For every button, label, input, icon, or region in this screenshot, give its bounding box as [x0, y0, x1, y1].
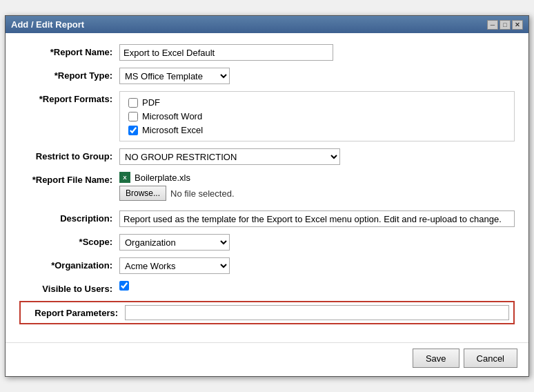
maximize-button[interactable]: □	[500, 20, 511, 30]
restrict-group-select[interactable]: NO GROUP RESTRICTION Group 1 Group 2	[119, 148, 340, 165]
report-type-wrapper: MS Office Template Other	[119, 68, 515, 84]
visible-content	[119, 281, 515, 293]
report-file-content: X Boilerplate.xls Browse... No file sele…	[119, 172, 515, 204]
report-type-select[interactable]: MS Office Template Other	[119, 68, 230, 84]
visible-checkbox[interactable]	[119, 281, 129, 291]
report-params-content	[125, 305, 509, 320]
dialog-title: Add / Edit Report	[11, 19, 84, 30]
save-button[interactable]: Save	[413, 349, 459, 368]
file-name-row: X Boilerplate.xls	[119, 172, 515, 183]
format-word-item: Microsoft Word	[128, 111, 506, 121]
organization-row: *Organization: Acme Works Other Org	[19, 257, 515, 274]
excel-file-icon: X	[119, 172, 130, 183]
title-bar-buttons: ─ □ ✕	[487, 20, 523, 30]
cancel-button[interactable]: Cancel	[464, 349, 517, 368]
report-type-label: *Report Type:	[19, 68, 119, 81]
format-pdf-checkbox[interactable]	[128, 98, 138, 108]
format-excel-item: Microsoft Excel	[128, 125, 506, 135]
description-content	[119, 210, 515, 227]
report-name-content	[119, 44, 515, 61]
visible-label: Visible to Users:	[19, 281, 119, 294]
report-name-label: *Report Name:	[19, 44, 119, 57]
scope-select[interactable]: Organization Global User	[119, 234, 230, 251]
formats-box: PDF Microsoft Word Microsoft Excel	[119, 91, 515, 141]
restrict-group-content: NO GROUP RESTRICTION Group 1 Group 2	[119, 148, 515, 165]
report-params-label: Report Parameters:	[25, 308, 125, 318]
no-file-text: No file selected.	[170, 188, 235, 199]
format-excel-checkbox[interactable]	[128, 126, 138, 135]
format-pdf-item: PDF	[128, 97, 506, 108]
dialog-body: *Report Name: *Report Type: MS Office Te…	[6, 33, 528, 342]
report-params-input[interactable]	[125, 305, 509, 320]
dialog-footer: Save Cancel	[6, 342, 528, 376]
format-word-checkbox[interactable]	[128, 112, 138, 121]
report-formats-row: *Report Formats: PDF Microsoft Word Micr…	[19, 91, 515, 141]
visible-row: Visible to Users:	[19, 281, 515, 294]
scope-content: Organization Global User	[119, 234, 515, 251]
restrict-group-row: Restrict to Group: NO GROUP RESTRICTION …	[19, 148, 515, 165]
minimize-button[interactable]: ─	[487, 20, 498, 30]
organization-select[interactable]: Acme Works Other Org	[119, 257, 230, 274]
report-params-row: Report Parameters:	[19, 301, 515, 324]
description-row: Description:	[19, 210, 515, 227]
close-button[interactable]: ✕	[512, 20, 523, 30]
description-label: Description:	[19, 210, 119, 224]
format-excel-label: Microsoft Excel	[142, 125, 203, 135]
description-input[interactable]	[119, 210, 515, 227]
organization-label: *Organization:	[19, 257, 119, 271]
report-file-label: *Report File Name:	[19, 172, 119, 185]
browse-row: Browse... No file selected.	[119, 186, 515, 201]
format-word-label: Microsoft Word	[142, 111, 202, 121]
browse-button[interactable]: Browse...	[119, 186, 166, 201]
scope-row: *Scope: Organization Global User	[19, 234, 515, 251]
report-formats-label: *Report Formats:	[19, 91, 119, 104]
report-type-content: MS Office Template Other	[119, 68, 515, 84]
add-edit-report-dialog: Add / Edit Report ─ □ ✕ *Report Name: *R…	[5, 15, 529, 377]
report-formats-content: PDF Microsoft Word Microsoft Excel	[119, 91, 515, 141]
format-pdf-label: PDF	[142, 97, 160, 108]
scope-label: *Scope:	[19, 234, 119, 247]
file-name-text: Boilerplate.xls	[135, 173, 190, 183]
report-type-row: *Report Type: MS Office Template Other	[19, 68, 515, 84]
report-name-row: *Report Name:	[19, 44, 515, 61]
organization-content: Acme Works Other Org	[119, 257, 515, 274]
report-name-input[interactable]	[119, 44, 333, 61]
restrict-group-label: Restrict to Group:	[19, 148, 119, 161]
title-bar: Add / Edit Report ─ □ ✕	[6, 16, 528, 33]
report-file-row: *Report File Name: X Boilerplate.xls Bro…	[19, 172, 515, 204]
